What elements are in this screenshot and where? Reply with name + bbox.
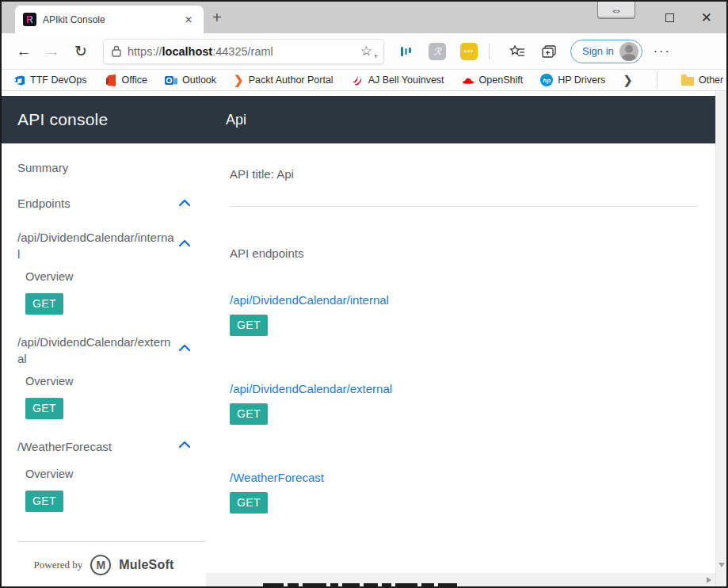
favorites-divider xyxy=(657,72,657,88)
endpoint-link[interactable]: /api/DividendCalendar/external xyxy=(230,382,392,395)
maximize-button[interactable] xyxy=(665,13,674,22)
collections-icon[interactable] xyxy=(539,41,559,62)
get-method-button[interactable]: GET xyxy=(230,492,268,514)
other-favourites[interactable]: Other favourites xyxy=(681,74,728,86)
add-favorite-icon[interactable]: ☆+ xyxy=(360,43,375,59)
sidebar-item-endpoints[interactable]: Endpoints xyxy=(17,197,206,210)
favorite-ttf-devops[interactable]: TTF DevOps xyxy=(13,74,87,86)
hp-icon: hp xyxy=(540,74,553,86)
powered-by-footer: Powered by M MuleSoft xyxy=(17,541,206,575)
browser-window: R APIkit Console ✕ + ⇔ ✕ ← → ↻ https://l… xyxy=(0,0,728,588)
forward-button: → xyxy=(40,43,65,60)
endpoint-link[interactable]: /WeatherForecast xyxy=(230,471,324,484)
chevron-up-icon[interactable] xyxy=(179,345,190,351)
navigation-bar: ← → ↻ https://localhost:44325/raml ☆+ ℛ … xyxy=(2,33,726,70)
address-bar[interactable]: https://localhost:44325/raml ☆+ xyxy=(103,39,384,64)
refresh-button[interactable]: ↻ xyxy=(68,42,93,60)
endpoints-heading: API endpoints xyxy=(230,246,699,260)
ajbell-icon xyxy=(351,74,364,86)
resize-handle-icon[interactable]: ⇔ xyxy=(597,0,635,19)
settings-menu-icon[interactable]: ··· xyxy=(654,44,671,59)
office-icon xyxy=(105,74,117,86)
sidebar: Summary Endpoints /api/DividendCalendar/… xyxy=(2,143,206,586)
api-title-line: API title: Api xyxy=(230,167,699,181)
section-divider xyxy=(230,206,698,207)
main-panel: API title: Api API endpoints /api/Divide… xyxy=(206,143,715,573)
raml-favicon-icon: R xyxy=(23,13,36,26)
azure-devops-icon xyxy=(13,74,25,86)
scroll-down-arrow-icon[interactable] xyxy=(718,563,725,567)
outlook-icon xyxy=(165,74,177,86)
vertical-scrollbar[interactable] xyxy=(715,91,726,586)
back-button[interactable]: ← xyxy=(11,43,36,60)
extension-dots-icon[interactable]: ••• xyxy=(459,41,479,62)
sidebar-endpoint-group[interactable]: /api/DividendCalendar/external xyxy=(17,334,206,367)
close-button[interactable]: ✕ xyxy=(701,11,712,25)
toolbar-divider xyxy=(489,44,490,59)
get-method-button[interactable]: GET xyxy=(25,491,63,512)
favorites-hub-icon[interactable] xyxy=(507,41,528,62)
favorite-ajbell[interactable]: AJ Bell Youinvest xyxy=(351,74,444,86)
api-name-heading: Api xyxy=(226,112,246,128)
favorites-overflow-chevron-icon[interactable]: ❯ xyxy=(623,73,633,87)
endpoint-link[interactable]: /api/DividendCalendar/internal xyxy=(230,293,389,307)
endpoint-entry: /api/DividendCalendar/external GET xyxy=(230,382,699,425)
scroll-right-arrow-icon[interactable] xyxy=(707,577,711,583)
sidebar-endpoint-group[interactable]: /WeatherForecast xyxy=(17,438,206,455)
tab-title: APIkit Console xyxy=(43,14,175,25)
favorite-packt[interactable]: ❯ Packt Author Portal xyxy=(234,74,334,86)
sidebar-endpoint-group[interactable]: /api/DividendCalendar/internal xyxy=(17,229,206,262)
chevron-up-icon[interactable] xyxy=(179,240,190,246)
extension-bars-icon[interactable] xyxy=(395,41,416,62)
get-method-button[interactable]: GET xyxy=(25,293,63,315)
sidebar-overview-link[interactable]: Overview xyxy=(25,375,206,388)
new-tab-button[interactable]: + xyxy=(212,10,222,25)
browser-tab[interactable]: R APIkit Console ✕ xyxy=(15,6,204,33)
tab-close-icon[interactable]: ✕ xyxy=(181,13,196,27)
page-viewport: API console Api Summary Endpoints /api/D… xyxy=(2,91,726,586)
redhat-icon xyxy=(462,74,475,86)
clipped-text-fragment xyxy=(263,583,524,586)
sign-in-button[interactable]: Sign in xyxy=(570,40,642,63)
endpoint-entry: /WeatherForecast GET xyxy=(230,471,699,514)
mulesoft-logo-icon: M xyxy=(90,555,111,575)
console-title: API console xyxy=(17,110,108,129)
favorite-openshift[interactable]: OpenShift xyxy=(462,74,524,86)
console-header: API console Api xyxy=(2,96,715,143)
favorite-hp-drivers[interactable]: hp HP Drivers xyxy=(540,74,605,86)
lock-icon xyxy=(112,45,121,57)
folder-icon xyxy=(681,77,694,86)
chevron-up-icon[interactable] xyxy=(179,441,190,448)
extension-r-icon[interactable]: ℛ xyxy=(427,41,448,62)
endpoint-entry: /api/DividendCalendar/internal GET xyxy=(230,293,699,336)
url-text: https://localhost:44325/raml xyxy=(128,45,354,58)
chevron-up-icon[interactable] xyxy=(179,200,190,206)
favorite-outlook[interactable]: Outlook xyxy=(165,74,216,86)
get-method-button[interactable]: GET xyxy=(230,403,268,425)
profile-avatar xyxy=(619,42,638,61)
sidebar-overview-link[interactable]: Overview xyxy=(25,270,206,283)
title-bar: R APIkit Console ✕ + ⇔ ✕ xyxy=(2,2,726,33)
packt-icon: ❯ xyxy=(234,74,244,86)
favorites-bar: TTF DevOps Office Outlook ❯ Packt Author… xyxy=(2,70,726,91)
favorite-office[interactable]: Office xyxy=(105,74,147,86)
sidebar-item-summary[interactable]: Summary xyxy=(17,161,206,174)
get-method-button[interactable]: GET xyxy=(25,398,63,419)
sidebar-overview-link[interactable]: Overview xyxy=(25,468,206,480)
get-method-button[interactable]: GET xyxy=(230,315,268,336)
